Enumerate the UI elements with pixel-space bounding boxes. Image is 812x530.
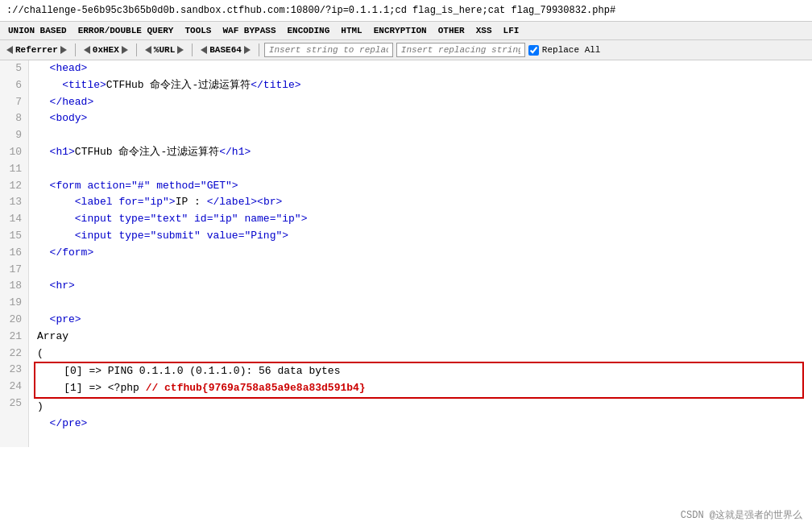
chevron-right-icon: [122, 46, 128, 54]
code-line: <head>: [37, 60, 804, 77]
code-line: <input type="text" id="ip" name="ip">: [37, 211, 804, 228]
chevron-right-icon: [60, 46, 67, 54]
code-line: </pre>: [37, 416, 804, 433]
nav-item-xss[interactable]: XSS: [471, 23, 497, 38]
code-line: <hr>: [37, 278, 804, 295]
chevron-left-icon: [201, 46, 207, 54]
url-bar: ://challenge-5e6b95c3b65b0d0b.sandbox.ct…: [0, 0, 812, 22]
line-number: 13: [6, 194, 22, 211]
line-number: 20: [6, 312, 22, 329]
chevron-left-icon: [84, 46, 90, 54]
toolbar-item-label: BASE64: [209, 45, 242, 55]
url-text: ://challenge-5e6b95c3b65b0d0b.sandbox.ct…: [6, 5, 615, 16]
line-number: 7: [6, 94, 22, 111]
toolbar-separator: [192, 43, 193, 56]
code-line: (: [37, 346, 804, 362]
line-number: 10: [6, 144, 22, 161]
nav-item-lfi[interactable]: LFI: [499, 23, 524, 38]
code-line: <body>: [37, 110, 804, 127]
line-number: 22: [6, 346, 22, 362]
toolbar-item-label: Referrer: [15, 45, 58, 55]
code-line: <title>CTFHub 命令注入-过滤运算符</title>: [37, 77, 804, 94]
line-number: 18: [6, 278, 22, 295]
highlight-region: [0] => PING 0.1.1.0 (0.1.1.0): 56 data b…: [34, 362, 804, 399]
nav-item-encoding[interactable]: ENCODING: [282, 23, 334, 38]
toolbar: Referrer0xHEX%URLBASE64 Replace All: [0, 40, 812, 60]
code-line: [1] => <?php // ctfhub{9769a758a85a9e8a8…: [39, 380, 802, 397]
code-line: </form>: [37, 245, 804, 262]
nav-item-other[interactable]: OTHER: [433, 23, 470, 38]
nav-item-waf-bypass[interactable]: WAF BYPASS: [218, 23, 280, 38]
line-number: 23: [6, 362, 22, 379]
line-number: 6: [6, 77, 22, 94]
code-line: <h1>CTFHub 命令注入-过滤运算符</h1>: [37, 144, 804, 161]
search-input[interactable]: [264, 43, 393, 57]
line-numbers: 5678910111213141516171819202122232425: [0, 60, 29, 447]
nav-item-tools[interactable]: TOOLS: [180, 23, 216, 38]
toolbar-item-referrer[interactable]: Referrer: [3, 44, 70, 56]
code-line: Array: [37, 329, 804, 346]
code-line: [0] => PING 0.1.1.0 (0.1.1.0): 56 data b…: [39, 363, 802, 380]
chevron-right-icon: [177, 46, 184, 54]
code-line: ): [37, 399, 804, 416]
toolbar-separator: [75, 43, 76, 56]
code-line: <pre>: [37, 312, 804, 329]
toolbar-item-base64[interactable]: BASE64: [197, 44, 254, 56]
code-line: <label for="ip">IP : </label><br>: [37, 194, 804, 211]
toolbar-item-0xhex[interactable]: 0xHEX: [81, 44, 131, 56]
line-number: 16: [6, 245, 22, 262]
replace-input[interactable]: [396, 43, 525, 57]
line-number: 9: [6, 127, 22, 144]
code-area: 5678910111213141516171819202122232425 <h…: [0, 60, 812, 447]
code-content: <head> <title>CTFHub 命令注入-过滤运算符</title> …: [29, 60, 812, 447]
code-line: [37, 295, 804, 312]
toolbar-item-url[interactable]: %URL: [142, 44, 187, 56]
line-number: 11: [6, 161, 22, 178]
chevron-left-icon: [145, 46, 151, 54]
nav-bar: UNION BASEDERROR/DOUBLE QUERYTOOLSWAF BY…: [0, 22, 812, 40]
code-line: [37, 127, 804, 144]
line-number: 19: [6, 295, 22, 312]
code-line: <input type="submit" value="Ping">: [37, 228, 804, 245]
code-line: </head>: [37, 94, 804, 111]
line-number: 21: [6, 329, 22, 346]
chevron-right-icon: [244, 46, 251, 54]
line-number: 12: [6, 178, 22, 195]
nav-item-union-based[interactable]: UNION BASED: [3, 23, 72, 38]
line-number: 17: [6, 262, 22, 279]
replace-all-checkbox[interactable]: [528, 45, 539, 56]
chevron-left-icon: [6, 46, 13, 54]
line-number: 14: [6, 211, 22, 228]
line-number: 15: [6, 228, 22, 245]
nav-item-encryption[interactable]: ENCRYPTION: [369, 23, 432, 38]
toolbar-separator: [259, 43, 259, 56]
nav-item-html[interactable]: HTML: [336, 23, 367, 38]
nav-item-error-double-query[interactable]: ERROR/DOUBLE QUERY: [73, 23, 179, 38]
line-number: 8: [6, 110, 22, 127]
line-number: 25: [6, 395, 22, 412]
replace-all-area: Replace All: [528, 45, 601, 56]
code-line: <form action="#" method="GET">: [37, 178, 804, 195]
toolbar-item-label: %URL: [154, 45, 175, 55]
line-number: 24: [6, 379, 22, 395]
code-line: [37, 161, 804, 178]
toolbar-separator: [136, 43, 137, 56]
code-line: [37, 262, 804, 279]
line-number: 5: [6, 60, 22, 77]
replace-all-label: Replace All: [542, 45, 601, 55]
toolbar-item-label: 0xHEX: [93, 45, 119, 55]
